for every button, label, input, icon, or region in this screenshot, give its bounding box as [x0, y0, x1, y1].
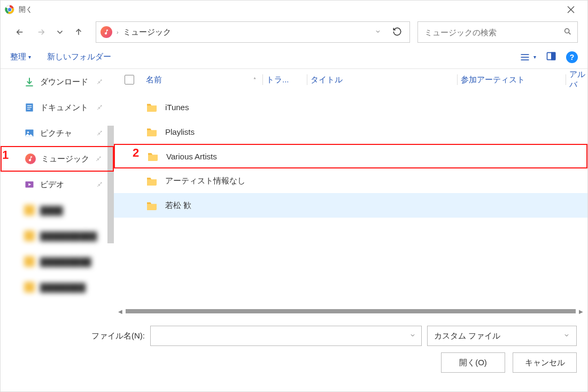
sidebar-item-label: ダウンロード — [40, 77, 88, 87]
chrome-icon — [5, 5, 14, 14]
column-headers: 名前 ˄ トラ... タイトル 参加アーティスト アルバ — [114, 69, 587, 90]
breadcrumb-location[interactable]: ミュージック — [123, 27, 171, 37]
sidebar-item-label: ████ — [40, 206, 63, 215]
sidebar-item-hidden[interactable]: █████████ — [1, 249, 114, 274]
svg-rect-10 — [552, 52, 555, 59]
sidebar-item-label: ミュージック — [41, 154, 89, 164]
filetype-select[interactable]: カスタム ファイル — [427, 326, 577, 346]
column-artist[interactable]: 参加アーティスト — [461, 75, 562, 85]
chevron-down-icon[interactable] — [409, 332, 416, 340]
footer: ファイル名(N): カスタム ファイル 開く(O) キャンセル — [1, 316, 587, 380]
download-icon — [24, 76, 35, 87]
folder-icon — [147, 151, 159, 161]
svg-rect-13 — [27, 105, 32, 106]
svg-point-2 — [7, 7, 12, 12]
sort-asc-icon: ˄ — [253, 77, 256, 83]
file-row-label: Various Artists — [166, 152, 217, 161]
file-row-label: Playlists — [165, 127, 195, 136]
nav-bar: › ミュージック — [1, 19, 587, 45]
folder-icon — [146, 176, 158, 186]
help-button[interactable]: ? — [566, 51, 578, 63]
preview-pane-button[interactable] — [546, 51, 556, 63]
svg-point-5 — [565, 28, 569, 33]
file-list-pane: 名前 ˄ トラ... タイトル 参加アーティスト アルバ iTunes — [114, 69, 587, 316]
sidebar-item-music[interactable]: ミュージック — [1, 146, 114, 172]
breadcrumb-sep-icon: › — [117, 29, 119, 35]
organize-button[interactable]: 整理 ▾ — [10, 52, 31, 62]
recent-dropdown[interactable] — [53, 22, 67, 42]
file-row[interactable]: アーティスト情報なし — [114, 168, 587, 193]
file-rows: iTunes Playlists Various Artists アーティスト情… — [114, 90, 587, 306]
sidebar: ダウンロード ドキュメント ピクチャ ミュージック — [1, 69, 114, 316]
column-name-label: 名前 — [146, 75, 162, 85]
filetype-label: カスタム ファイル — [434, 331, 500, 341]
sidebar-item-label: ████████ — [40, 283, 86, 292]
sidebar-item-downloads[interactable]: ダウンロード — [1, 69, 114, 95]
filename-input[interactable] — [150, 326, 422, 346]
search-input[interactable] — [423, 27, 563, 37]
file-row[interactable]: 若松 歓 — [114, 193, 587, 218]
chevron-down-icon: ▾ — [533, 54, 536, 60]
column-title[interactable]: タイトル — [311, 75, 454, 85]
window-title: 開く — [19, 5, 33, 14]
cancel-button[interactable]: キャンセル — [513, 352, 577, 373]
folder-icon — [24, 282, 35, 293]
file-row[interactable]: Playlists — [114, 119, 587, 144]
filename-label: ファイル名(N): — [91, 331, 145, 341]
select-all-checkbox[interactable] — [125, 75, 146, 84]
svg-rect-14 — [27, 107, 32, 107]
scroll-left-icon[interactable]: ◀ — [118, 309, 122, 314]
sidebar-item-label: ピクチャ — [40, 128, 72, 139]
sidebar-item-pictures[interactable]: ピクチャ — [1, 120, 114, 146]
chevron-down-icon — [563, 332, 570, 340]
sidebar-item-label: ドキュメント — [40, 103, 88, 113]
file-row[interactable]: iTunes — [114, 95, 587, 119]
folder-icon — [24, 256, 35, 267]
close-button[interactable] — [559, 1, 583, 19]
search-box[interactable] — [417, 21, 578, 43]
folder-icon — [24, 205, 35, 216]
music-location-icon — [100, 26, 112, 38]
chevron-down-icon: ▾ — [28, 54, 31, 60]
sidebar-item-hidden[interactable]: ██████████ — [1, 223, 114, 249]
open-button[interactable]: 開く(O) — [441, 352, 505, 373]
folder-icon — [146, 127, 158, 136]
scroll-right-icon[interactable]: ▶ — [579, 309, 583, 314]
column-album[interactable]: アルバ — [569, 70, 587, 90]
folder-icon — [146, 102, 158, 112]
pin-icon — [96, 129, 103, 138]
folder-icon — [146, 201, 158, 210]
up-button[interactable] — [69, 22, 88, 42]
sidebar-item-documents[interactable]: ドキュメント — [1, 95, 114, 120]
annotation-2: 2 — [133, 146, 139, 160]
column-track[interactable]: トラ... — [266, 75, 304, 85]
pin-icon — [96, 180, 103, 189]
sidebar-item-label: ビデオ — [40, 180, 64, 190]
address-dropdown-icon[interactable] — [371, 28, 385, 36]
sidebar-item-label: █████████ — [40, 257, 91, 266]
file-row-label: 若松 歓 — [165, 201, 191, 211]
view-button[interactable]: ▾ — [520, 52, 536, 63]
column-name[interactable]: 名前 ˄ — [146, 75, 259, 85]
new-folder-button[interactable]: 新しいフォルダー — [47, 52, 111, 62]
sidebar-item-hidden[interactable]: ████████ — [1, 274, 114, 300]
pin-icon — [96, 78, 103, 87]
titlebar: 開く — [1, 1, 587, 19]
video-icon — [24, 179, 35, 190]
music-icon — [25, 153, 36, 164]
document-icon — [24, 102, 35, 113]
address-bar[interactable]: › ミュージック — [96, 21, 410, 43]
file-row-various-artists[interactable]: Various Artists — [114, 144, 587, 168]
sidebar-item-videos[interactable]: ビデオ — [1, 172, 114, 197]
search-icon[interactable] — [563, 27, 572, 37]
refresh-button[interactable] — [389, 27, 405, 38]
back-button[interactable] — [10, 22, 29, 42]
organize-label: 整理 — [10, 52, 26, 62]
file-row-label: iTunes — [165, 103, 189, 112]
pin-icon — [96, 103, 103, 112]
horizontal-scrollbar[interactable]: ◀ ▶ — [114, 306, 587, 316]
pin-icon — [95, 155, 102, 164]
folder-icon — [24, 230, 35, 241]
sidebar-item-hidden[interactable]: ████ — [1, 197, 114, 223]
forward-button[interactable] — [32, 22, 51, 42]
